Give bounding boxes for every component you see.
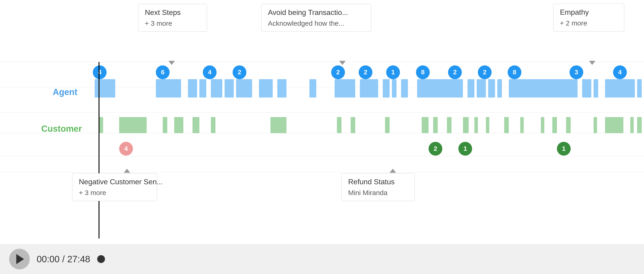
time-display: 00:00 / 27:48 — [37, 254, 90, 264]
agent-bar — [417, 79, 463, 98]
customer-bar — [337, 117, 342, 133]
tooltip-avoid-being-sub: Acknowledged how the... — [268, 20, 365, 27]
tooltip-next-steps-more: + 3 more — [145, 20, 200, 27]
customer-bar — [385, 117, 390, 133]
agent-bar — [360, 79, 378, 98]
agent-bar — [224, 79, 234, 98]
customer-bar — [594, 117, 597, 133]
grid-line — [0, 133, 644, 133]
agent-marker-6[interactable]: 2 — [359, 65, 372, 79]
grid-lines — [0, 0, 644, 274]
tooltip-empathy-title: Empathy — [560, 8, 618, 17]
customer-bar — [637, 117, 642, 133]
agent-bar — [477, 79, 486, 98]
agent-marker-10[interactable]: 2 — [478, 65, 492, 79]
customer-bar — [433, 117, 438, 133]
agent-bar — [392, 79, 396, 98]
customer-marker-negative-1[interactable]: 4 — [119, 142, 133, 156]
refund-status-arrow — [390, 169, 396, 173]
customer-bar — [119, 117, 147, 133]
grid-line — [0, 112, 644, 113]
agent-marker-7[interactable]: 1 — [386, 65, 400, 79]
agent-bar — [582, 79, 591, 98]
customer-marker-2[interactable]: 1 — [458, 142, 472, 156]
grid-line — [0, 156, 644, 156]
agent-marker-8[interactable]: 8 — [416, 65, 430, 79]
tooltip-refund-sub: Mini Miranda — [348, 189, 408, 197]
time-total: 27:48 — [67, 254, 90, 264]
agent-bar — [188, 79, 197, 98]
agent-bar — [310, 79, 316, 98]
tooltip-next-steps-arrow — [168, 61, 175, 65]
tooltip-next-steps-title: Next Steps — [145, 8, 200, 17]
agent-bar — [334, 79, 355, 98]
customer-bar — [270, 117, 286, 133]
tooltip-negative-more: + 3 more — [79, 189, 150, 197]
play-icon — [16, 254, 24, 264]
agent-marker-5[interactable]: 2 — [331, 65, 345, 79]
tooltip-next-steps: Next Steps + 3 more — [138, 4, 207, 32]
agent-track-label: Agent — [53, 87, 78, 97]
agent-marker-13[interactable]: 4 — [613, 65, 627, 79]
agent-bar — [497, 79, 502, 98]
playhead-line — [98, 62, 100, 238]
tooltip-negative-title: Negative Customer Sen... — [79, 178, 150, 186]
customer-bar — [552, 117, 557, 133]
agent-bar — [200, 79, 206, 98]
customer-bar — [566, 117, 571, 133]
tooltip-avoid-being-title: Avoid being Transactio... — [268, 8, 365, 17]
customer-bar — [422, 117, 428, 133]
customer-bar — [474, 117, 478, 133]
tooltip-empathy-arrow — [589, 61, 596, 65]
time-current: 00:00 — [37, 254, 60, 264]
agent-bar — [259, 79, 273, 98]
negative-customer-arrow — [124, 169, 130, 173]
agent-bar — [236, 79, 252, 98]
agent-bar — [468, 79, 474, 98]
agent-bar — [95, 79, 115, 98]
tooltip-negative-customer: Negative Customer Sen... + 3 more — [72, 173, 157, 201]
agent-bar — [594, 79, 598, 98]
tooltip-empathy: Empathy + 2 more — [553, 4, 624, 32]
customer-marker-3[interactable]: 1 — [557, 142, 571, 156]
customer-bar — [630, 117, 634, 133]
customer-bar — [447, 117, 452, 133]
customer-bar — [351, 117, 355, 133]
customer-bar — [163, 117, 167, 133]
playback-controls: 00:00 / 27:48 — [0, 244, 644, 274]
agent-marker-11[interactable]: 8 — [508, 65, 522, 79]
agent-bar — [401, 79, 408, 98]
agent-track — [92, 79, 644, 98]
agent-bar — [605, 79, 635, 98]
customer-bar — [174, 117, 183, 133]
customer-track — [92, 117, 644, 133]
agent-marker-9[interactable]: 2 — [448, 65, 462, 79]
agent-marker-12[interactable]: 3 — [570, 65, 583, 79]
grid-line — [0, 172, 644, 172]
customer-marker-1[interactable]: 2 — [428, 142, 442, 156]
play-button[interactable] — [9, 249, 30, 269]
agent-marker-2[interactable]: 6 — [156, 65, 170, 79]
tooltip-avoid-being-arrow — [339, 61, 346, 65]
agent-bar — [509, 79, 578, 98]
tooltip-empathy-more: + 2 more — [560, 19, 618, 27]
agent-bar — [211, 79, 222, 98]
customer-bar — [486, 117, 489, 133]
grid-line — [0, 62, 644, 62]
customer-bar — [192, 117, 200, 133]
tooltip-refund-status: Refund Status Mini Miranda — [342, 173, 415, 201]
customer-bar — [504, 117, 509, 133]
agent-marker-3[interactable]: 4 — [203, 65, 216, 79]
customer-bar — [605, 117, 623, 133]
progress-dot[interactable] — [97, 255, 105, 263]
customer-track-label: Customer — [41, 124, 82, 134]
agent-bar — [383, 79, 390, 98]
time-separator: / — [62, 254, 65, 264]
agent-marker-1[interactable]: 4 — [93, 65, 106, 79]
timeline-container: Next Steps + 3 more Avoid being Transact… — [0, 0, 644, 274]
agent-marker-4[interactable]: 2 — [232, 65, 246, 79]
tooltip-avoid-being: Avoid being Transactio... Acknowledged h… — [261, 4, 371, 32]
agent-bar — [488, 79, 495, 98]
customer-bar — [211, 117, 216, 133]
customer-bar — [541, 117, 544, 133]
